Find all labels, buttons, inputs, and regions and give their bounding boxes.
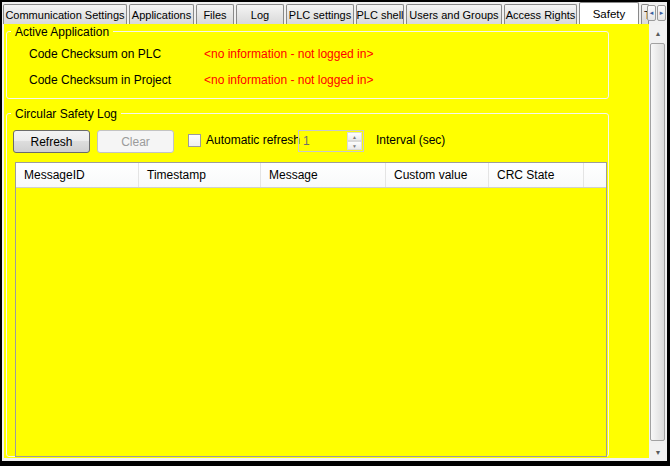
arrow-left-icon: ◄ <box>649 10 655 16</box>
code-checksum-in-project-label: Code Checksum in Project <box>29 73 171 87</box>
column-header-crc-state[interactable]: CRC State <box>489 163 584 187</box>
clear-button[interactable]: Clear <box>97 130 174 153</box>
column-header-timestamp[interactable]: Timestamp <box>139 163 261 187</box>
vertical-scrollbar: ▲ ▼ <box>649 24 667 461</box>
tab-files[interactable]: Files <box>196 4 234 24</box>
tab-bar: Communication Settings Applications File… <box>2 2 667 24</box>
column-header-custom-value[interactable]: Custom value <box>386 163 489 187</box>
scrollbar-up-button[interactable]: ▲ <box>649 25 667 42</box>
refresh-button[interactable]: Refresh <box>13 130 90 153</box>
spinner-up-button[interactable]: ▲ <box>347 132 362 141</box>
safety-log-table: MessageID Timestamp Message Custom value… <box>15 162 607 457</box>
tab-scroll-right-button[interactable]: ► <box>657 5 666 21</box>
arrow-right-icon: ► <box>659 10 665 16</box>
safety-log-table-body <box>16 188 606 456</box>
tab-safety[interactable]: Safety <box>579 2 639 24</box>
tab-communication-settings[interactable]: Communication Settings <box>3 4 127 24</box>
spinner-down-button[interactable]: ▼ <box>347 141 362 150</box>
code-checksum-on-plc-value: <no information - not logged in> <box>204 47 373 61</box>
scroll-down-icon: ▼ <box>655 449 662 456</box>
scroll-up-icon: ▲ <box>655 30 662 37</box>
spinner-down-icon: ▼ <box>352 143 357 149</box>
code-checksum-in-project-value: <no information - not logged in> <box>204 73 373 87</box>
page-bottom-edge <box>2 458 649 461</box>
safety-log-table-header: MessageID Timestamp Message Custom value… <box>16 163 606 188</box>
interval-sec-label: Interval (sec) <box>376 133 445 147</box>
code-checksum-on-plc-label: Code Checksum on PLC <box>29 47 161 61</box>
active-application-group: Active Application Code Checksum on PLC … <box>6 31 609 99</box>
circular-safety-log-group: Circular Safety Log Refresh Clear Automa… <box>6 113 609 457</box>
tab-users-and-groups[interactable]: Users and Groups <box>406 4 502 24</box>
circular-safety-log-group-title: Circular Safety Log <box>11 107 121 121</box>
tab-applications[interactable]: Applications <box>129 4 194 24</box>
column-header-message[interactable]: Message <box>261 163 386 187</box>
interval-spinners: ▲ ▼ <box>347 132 362 150</box>
tab-scroll-buttons: ◄ ► <box>647 5 666 21</box>
tab-plc-settings[interactable]: PLC settings <box>286 4 354 24</box>
active-application-group-title: Active Application <box>11 25 113 39</box>
column-header-filler <box>584 163 606 187</box>
tab-scroll-left-button[interactable]: ◄ <box>647 5 656 21</box>
tab-plc-shell[interactable]: PLC shell <box>356 4 404 24</box>
automatic-refresh-checkbox[interactable] <box>188 134 201 147</box>
tab-access-rights[interactable]: Access Rights <box>504 4 577 24</box>
tab-log[interactable]: Log <box>236 4 284 24</box>
column-header-messageid[interactable]: MessageID <box>16 163 139 187</box>
scrollbar-thumb[interactable] <box>650 43 665 441</box>
device-dialog-window: Communication Settings Applications File… <box>0 0 670 466</box>
spinner-up-icon: ▲ <box>352 134 357 140</box>
scrollbar-down-button[interactable]: ▼ <box>649 444 667 461</box>
interval-spinbox: ▲ ▼ <box>298 130 364 152</box>
page-left-edge <box>2 24 4 461</box>
automatic-refresh-label[interactable]: Automatic refresh <box>206 133 300 147</box>
interval-input[interactable] <box>299 131 345 151</box>
